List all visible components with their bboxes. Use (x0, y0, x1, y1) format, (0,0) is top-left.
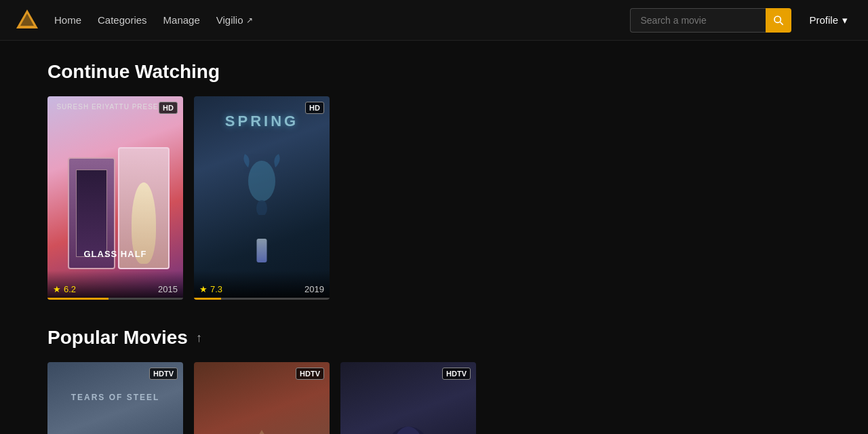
movie-year-spring: 2019 (304, 284, 324, 294)
search-button[interactable] (766, 8, 791, 33)
nav-links: Home Categories Manage Vigilio ↗ (54, 14, 630, 26)
movie-info-spring: ★ 7.3 2019 (194, 271, 330, 300)
movie-card-popular2[interactable]: HDTV (194, 362, 330, 434)
search-container (630, 8, 791, 33)
star-icon: ★ (53, 284, 61, 294)
profile-label: Profile (809, 14, 838, 26)
logo[interactable] (14, 7, 41, 34)
movie-rating-spring: ★ 7.3 (199, 284, 222, 294)
popular-movies-title: Popular Movies (47, 327, 188, 349)
movie-card-spring[interactable]: SPRING HD ★ 7.3 2019 (194, 96, 330, 300)
nav-manage[interactable]: Manage (163, 14, 200, 26)
movie-year-glass-half: 2015 (158, 284, 178, 294)
progress-fill-glass-half (47, 298, 108, 300)
continue-watching-row: SURESH ERIYATTU PRESENTS GLASS HALF HD ★… (47, 96, 821, 300)
svg-point-2 (774, 16, 781, 22)
navbar: Home Categories Manage Vigilio ↗ Profile… (0, 0, 868, 41)
profile-caret-icon: ▾ (842, 14, 848, 26)
sort-icon[interactable]: ↑ (196, 331, 202, 345)
svg-line-3 (780, 22, 783, 25)
nav-categories[interactable]: Categories (98, 14, 147, 26)
movie-card-glass-half[interactable]: SURESH ERIYATTU PRESENTS GLASS HALF HD ★… (47, 96, 183, 300)
svg-point-5 (256, 200, 267, 215)
progress-bar-spring (194, 298, 330, 300)
search-input[interactable] (630, 8, 766, 33)
external-link-icon: ↗ (246, 16, 253, 25)
movie-card-popular3[interactable]: HDTV (340, 362, 476, 434)
quality-badge-glass-half: HD (159, 102, 178, 114)
popular-movies-header: Popular Movies ↑ (47, 327, 821, 349)
movie-info-glass-half: ★ 6.2 2015 (47, 271, 183, 300)
progress-fill-spring (194, 298, 221, 300)
nav-home[interactable]: Home (54, 14, 81, 26)
movie-title-glass-half: GLASS HALF (47, 249, 183, 259)
quality-badge-pop2: HDTV (296, 368, 324, 380)
svg-marker-10 (252, 430, 272, 434)
main-content: Continue Watching SURESH ERIYATTU PRESEN… (0, 41, 868, 434)
profile-button[interactable]: Profile ▾ (802, 10, 854, 31)
movie-rating-glass-half: ★ 6.2 (53, 284, 76, 294)
svg-point-4 (248, 161, 275, 201)
popular-movies-row: TEARS OF STEEL HDTV (47, 362, 821, 434)
movie-card-tears-of-steel[interactable]: TEARS OF STEEL HDTV (47, 362, 183, 434)
quality-badge-tos: HDTV (149, 368, 178, 380)
progress-bar-glass-half (47, 298, 183, 300)
star-icon-spring: ★ (199, 284, 208, 294)
continue-watching-title: Continue Watching (47, 61, 821, 83)
quality-badge-pop3: HDTV (442, 368, 471, 380)
nav-vigilio[interactable]: Vigilio ↗ (216, 14, 253, 26)
quality-badge-spring: HD (305, 102, 324, 114)
